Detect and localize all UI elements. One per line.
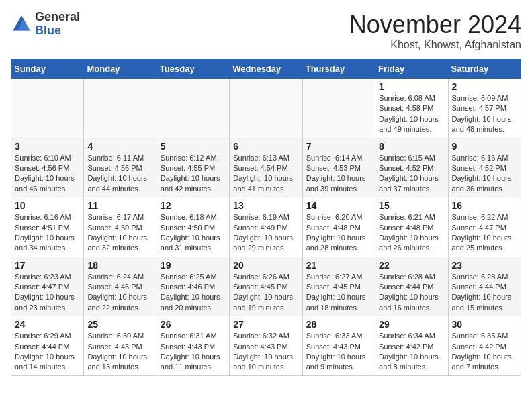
day-info: Sunrise: 6:12 AMSunset: 4:55 PMDaylight:… (161, 153, 226, 195)
calendar-week-row: 24Sunrise: 6:29 AMSunset: 4:44 PMDayligh… (11, 316, 521, 376)
calendar-day-cell: 7Sunrise: 6:14 AMSunset: 4:53 PMDaylight… (302, 138, 375, 197)
day-number: 28 (306, 319, 371, 330)
weekday-header-friday: Friday (375, 60, 448, 79)
month-title: November 2024 (349, 11, 521, 39)
calendar-day-cell: 25Sunrise: 6:30 AMSunset: 4:43 PMDayligh… (84, 316, 157, 376)
day-number: 8 (379, 141, 444, 152)
day-info: Sunrise: 6:22 AMSunset: 4:47 PMDaylight:… (452, 212, 517, 254)
weekday-header-monday: Monday (84, 60, 157, 79)
day-info: Sunrise: 6:16 AMSunset: 4:51 PMDaylight:… (15, 212, 80, 254)
calendar-header-row: SundayMondayTuesdayWednesdayThursdayFrid… (11, 60, 521, 79)
day-info: Sunrise: 6:25 AMSunset: 4:46 PMDaylight:… (161, 272, 226, 314)
day-info: Sunrise: 6:27 AMSunset: 4:45 PMDaylight:… (306, 272, 371, 314)
calendar-week-row: 3Sunrise: 6:10 AMSunset: 4:56 PMDaylight… (11, 138, 521, 197)
day-info: Sunrise: 6:08 AMSunset: 4:58 PMDaylight:… (379, 93, 444, 135)
day-info: Sunrise: 6:21 AMSunset: 4:48 PMDaylight:… (379, 212, 444, 254)
calendar-week-row: 10Sunrise: 6:16 AMSunset: 4:51 PMDayligh… (11, 197, 521, 257)
day-info: Sunrise: 6:32 AMSunset: 4:43 PMDaylight:… (233, 331, 298, 373)
day-info: Sunrise: 6:17 AMSunset: 4:50 PMDaylight:… (87, 212, 152, 254)
calendar-day-cell: 12Sunrise: 6:18 AMSunset: 4:50 PMDayligh… (157, 197, 229, 257)
calendar-week-row: 1Sunrise: 6:08 AMSunset: 4:58 PMDaylight… (11, 79, 521, 138)
day-info: Sunrise: 6:30 AMSunset: 4:43 PMDaylight:… (87, 331, 152, 373)
calendar-day-cell: 19Sunrise: 6:25 AMSunset: 4:46 PMDayligh… (157, 257, 229, 316)
day-info: Sunrise: 6:23 AMSunset: 4:47 PMDaylight:… (15, 272, 80, 314)
day-number: 25 (87, 319, 152, 330)
day-number: 17 (15, 260, 80, 271)
weekday-header-sunday: Sunday (11, 60, 84, 79)
calendar-day-cell: 16Sunrise: 6:22 AMSunset: 4:47 PMDayligh… (448, 197, 521, 257)
day-info: Sunrise: 6:26 AMSunset: 4:45 PMDaylight:… (233, 272, 298, 314)
day-info: Sunrise: 6:20 AMSunset: 4:48 PMDaylight:… (306, 212, 371, 254)
day-info: Sunrise: 6:34 AMSunset: 4:42 PMDaylight:… (379, 331, 444, 373)
day-number: 7 (306, 141, 371, 152)
calendar-day-cell: 22Sunrise: 6:28 AMSunset: 4:44 PMDayligh… (375, 257, 448, 316)
day-number: 9 (452, 141, 517, 152)
calendar-day-cell: 3Sunrise: 6:10 AMSunset: 4:56 PMDaylight… (11, 138, 84, 197)
calendar-day-cell: 4Sunrise: 6:11 AMSunset: 4:56 PMDaylight… (84, 138, 157, 197)
calendar-day-cell: 21Sunrise: 6:27 AMSunset: 4:45 PMDayligh… (302, 257, 375, 316)
day-number: 21 (306, 260, 371, 271)
day-number: 6 (233, 141, 298, 152)
day-number: 19 (161, 260, 226, 271)
weekday-header-tuesday: Tuesday (157, 60, 229, 79)
day-number: 29 (379, 319, 444, 330)
day-info: Sunrise: 6:09 AMSunset: 4:57 PMDaylight:… (452, 93, 517, 135)
calendar-day-cell: 26Sunrise: 6:31 AMSunset: 4:43 PMDayligh… (157, 316, 229, 376)
day-number: 30 (452, 319, 517, 330)
calendar-week-row: 17Sunrise: 6:23 AMSunset: 4:47 PMDayligh… (11, 257, 521, 316)
calendar-day-cell: 24Sunrise: 6:29 AMSunset: 4:44 PMDayligh… (11, 316, 84, 376)
day-info: Sunrise: 6:14 AMSunset: 4:53 PMDaylight:… (306, 153, 371, 195)
calendar-day-cell: 10Sunrise: 6:16 AMSunset: 4:51 PMDayligh… (11, 197, 84, 257)
calendar-day-cell (11, 79, 84, 138)
day-number: 13 (233, 200, 298, 211)
day-info: Sunrise: 6:28 AMSunset: 4:44 PMDaylight:… (452, 272, 517, 314)
calendar-day-cell: 2Sunrise: 6:09 AMSunset: 4:57 PMDaylight… (448, 79, 521, 138)
calendar-day-cell: 5Sunrise: 6:12 AMSunset: 4:55 PMDaylight… (157, 138, 229, 197)
calendar-day-cell: 27Sunrise: 6:32 AMSunset: 4:43 PMDayligh… (230, 316, 302, 376)
day-info: Sunrise: 6:24 AMSunset: 4:46 PMDaylight:… (87, 272, 152, 314)
title-block: November 2024 Khost, Khowst, Afghanistan (349, 11, 521, 51)
day-number: 20 (233, 260, 298, 271)
day-number: 26 (161, 319, 226, 330)
day-info: Sunrise: 6:13 AMSunset: 4:54 PMDaylight:… (233, 153, 298, 195)
day-info: Sunrise: 6:15 AMSunset: 4:52 PMDaylight:… (379, 153, 444, 195)
calendar-day-cell: 23Sunrise: 6:28 AMSunset: 4:44 PMDayligh… (448, 257, 521, 316)
logo-icon (11, 13, 32, 35)
day-info: Sunrise: 6:10 AMSunset: 4:56 PMDaylight:… (15, 153, 80, 195)
day-number: 12 (161, 200, 226, 211)
calendar-day-cell: 18Sunrise: 6:24 AMSunset: 4:46 PMDayligh… (84, 257, 157, 316)
logo-general-text: General (35, 10, 80, 24)
day-number: 23 (452, 260, 517, 271)
logo-blue-text: Blue (35, 24, 61, 37)
calendar-day-cell: 14Sunrise: 6:20 AMSunset: 4:48 PMDayligh… (302, 197, 375, 257)
page-header: General Blue November 2024 Khost, Khowst… (11, 11, 521, 51)
calendar-day-cell (302, 79, 375, 138)
day-info: Sunrise: 6:28 AMSunset: 4:44 PMDaylight:… (379, 272, 444, 314)
day-number: 15 (379, 200, 444, 211)
calendar-day-cell (157, 79, 229, 138)
day-number: 24 (15, 319, 80, 330)
day-number: 10 (15, 200, 80, 211)
day-number: 4 (87, 141, 152, 152)
day-info: Sunrise: 6:31 AMSunset: 4:43 PMDaylight:… (161, 331, 226, 373)
day-info: Sunrise: 6:29 AMSunset: 4:44 PMDaylight:… (15, 331, 80, 373)
calendar-day-cell (84, 79, 157, 138)
day-info: Sunrise: 6:11 AMSunset: 4:56 PMDaylight:… (87, 153, 152, 195)
day-number: 27 (233, 319, 298, 330)
day-number: 2 (452, 81, 517, 92)
day-info: Sunrise: 6:16 AMSunset: 4:52 PMDaylight:… (452, 153, 517, 195)
day-info: Sunrise: 6:18 AMSunset: 4:50 PMDaylight:… (161, 212, 226, 254)
calendar-table: SundayMondayTuesdayWednesdayThursdayFrid… (11, 59, 521, 376)
calendar-day-cell: 8Sunrise: 6:15 AMSunset: 4:52 PMDaylight… (375, 138, 448, 197)
weekday-header-saturday: Saturday (448, 60, 521, 79)
calendar-day-cell: 29Sunrise: 6:34 AMSunset: 4:42 PMDayligh… (375, 316, 448, 376)
weekday-header-thursday: Thursday (302, 60, 375, 79)
logo: General Blue (11, 11, 80, 38)
calendar-day-cell: 6Sunrise: 6:13 AMSunset: 4:54 PMDaylight… (230, 138, 302, 197)
calendar-day-cell: 13Sunrise: 6:19 AMSunset: 4:49 PMDayligh… (230, 197, 302, 257)
calendar-day-cell: 9Sunrise: 6:16 AMSunset: 4:52 PMDaylight… (448, 138, 521, 197)
day-number: 14 (306, 200, 371, 211)
calendar-day-cell: 11Sunrise: 6:17 AMSunset: 4:50 PMDayligh… (84, 197, 157, 257)
day-number: 3 (15, 141, 80, 152)
location-text: Khost, Khowst, Afghanistan (349, 39, 521, 51)
